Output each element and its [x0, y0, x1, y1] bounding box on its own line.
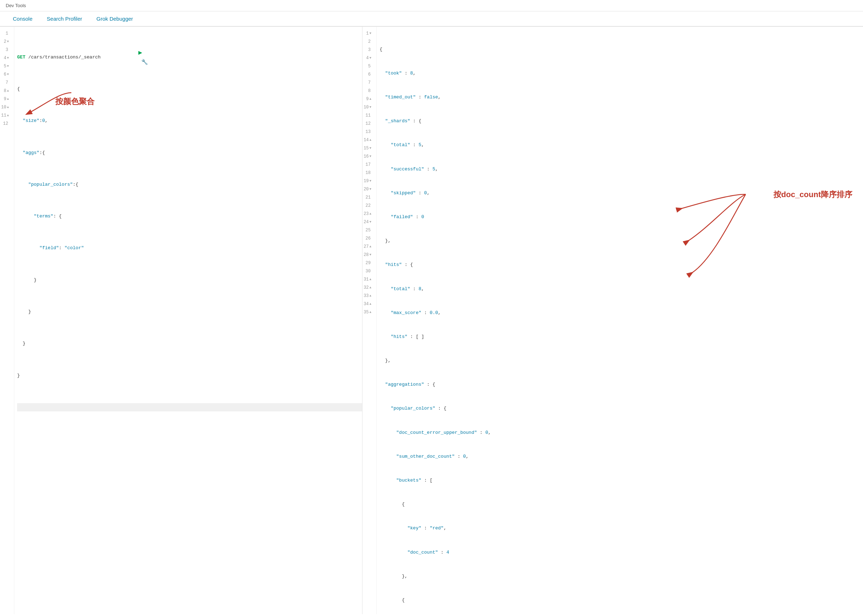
out-line-7: "skipped" : 0,: [380, 189, 863, 197]
out-line-23: },: [380, 572, 863, 580]
out-line-19: "buckets" : [: [380, 477, 863, 485]
out-line-6: "successful" : 5,: [380, 165, 863, 173]
line-numbers: 1 2▼ 3 4▼ 5▼ 6▼ 7 8▲ 9▲ 10▲ 11▲ 12: [0, 27, 14, 614]
out-line-5: "total" : 5,: [380, 141, 863, 149]
wrench-icon[interactable]: 🔧: [141, 60, 148, 66]
out-line-15: "aggregations" : {: [380, 381, 863, 389]
code-line-6: "terms": {: [17, 212, 362, 221]
code-line-5: "popular_colors":{: [17, 181, 362, 189]
editor-panel: 1 2▼ 3 4▼ 5▼ 6▼ 7 8▲ 9▲ 10▲ 11▲ 12 GET /…: [0, 27, 362, 614]
code-area[interactable]: GET /cars/transactions/_search ▶ 🔧 { "si…: [14, 27, 362, 614]
out-line-9: },: [380, 237, 863, 245]
output-panel: 1▼ 2 3 4▼ 5 6 7 8 9▲ 10▼ 11 12 13 14▲ 15…: [362, 27, 863, 614]
tab-console[interactable]: Console: [6, 11, 39, 27]
run-button[interactable]: ▶: [139, 49, 142, 56]
code-line-9: }: [17, 308, 362, 316]
code-line-12: [17, 403, 362, 412]
out-line-12: "max_score" : 0.0,: [380, 309, 863, 317]
output-code-area[interactable]: { "took" : 8, "timed_out" : false, "_sha…: [377, 27, 863, 614]
code-line-1: GET /cars/transactions/_search ▶ 🔧: [17, 53, 362, 61]
out-line-20: {: [380, 501, 863, 509]
tab-search-profiler[interactable]: Search Profiler: [39, 11, 89, 27]
out-line-4: "_shards" : {: [380, 117, 863, 126]
out-line-21: "key" : "red",: [380, 524, 863, 533]
out-line-11: "total" : 8,: [380, 285, 863, 293]
out-line-16: "popular_colors" : {: [380, 405, 863, 413]
code-line-4: "aggs":{: [17, 149, 362, 157]
code-line-11: }: [17, 371, 362, 380]
code-line-3: "size":0,: [17, 117, 362, 125]
out-line-17: "doc_count_error_upper_bound" : 0,: [380, 429, 863, 437]
code-line-10: }: [17, 340, 362, 348]
out-line-24: {: [380, 596, 863, 605]
code-line-7: "field": "color": [17, 244, 362, 252]
main-content: 1 2▼ 3 4▼ 5▼ 6▼ 7 8▲ 9▲ 10▲ 11▲ 12 GET /…: [0, 27, 863, 614]
app-title: Dev Tools: [0, 0, 863, 11]
out-line-1: {: [380, 45, 863, 53]
code-line-2: {: [17, 85, 362, 93]
code-line-8: }: [17, 276, 362, 284]
output-line-numbers: 1▼ 2 3 4▼ 5 6 7 8 9▲ 10▼ 11 12 13 14▲ 15…: [362, 27, 377, 614]
out-line-8: "failed" : 0: [380, 213, 863, 222]
out-line-14: },: [380, 357, 863, 365]
out-line-2: "took" : 8,: [380, 69, 863, 77]
tabs-bar: Console Search Profiler Grok Debugger: [0, 11, 863, 27]
out-line-10: "hits" : {: [380, 261, 863, 269]
out-line-18: "sum_other_doc_count" : 0,: [380, 453, 863, 460]
out-line-13: "hits" : [ ]: [380, 333, 863, 341]
out-line-22: "doc_count" : 4: [380, 548, 863, 556]
tab-grok-debugger[interactable]: Grok Debugger: [89, 11, 140, 27]
out-line-3: "timed_out" : false,: [380, 93, 863, 102]
